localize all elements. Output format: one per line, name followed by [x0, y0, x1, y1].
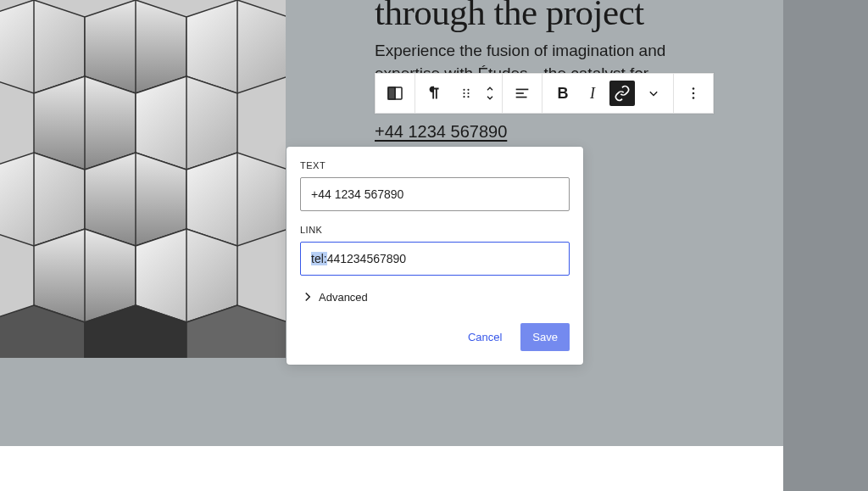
- content-area: through the project Experience the fusio…: [0, 0, 783, 446]
- page-heading[interactable]: through the project: [375, 0, 644, 33]
- svg-point-30: [467, 92, 469, 94]
- svg-point-27: [463, 89, 465, 91]
- more-options-icon[interactable]: [674, 74, 713, 113]
- paragraph-icon[interactable]: [415, 74, 454, 113]
- text-field-label: TEXT: [300, 160, 570, 170]
- editor-canvas: through the project Experience the fusio…: [0, 0, 783, 491]
- link-popover: TEXT LINK tel:441234567890 Advanced Canc…: [287, 147, 583, 365]
- bold-button[interactable]: B: [548, 74, 578, 113]
- link-prefix-highlight: tel:: [311, 252, 327, 265]
- svg-marker-8: [186, 153, 286, 246]
- block-type-icon[interactable]: [376, 74, 415, 113]
- svg-marker-1: [0, 0, 85, 93]
- cancel-button[interactable]: Cancel: [456, 323, 514, 351]
- move-arrows-icon[interactable]: [478, 74, 502, 113]
- svg-marker-3: [186, 0, 286, 93]
- advanced-label: Advanced: [319, 291, 368, 304]
- text-input[interactable]: [300, 177, 570, 211]
- phone-link[interactable]: +44 1234 567890: [375, 122, 507, 142]
- svg-rect-26: [388, 87, 395, 99]
- svg-point-36: [693, 87, 695, 90]
- svg-marker-6: [0, 153, 85, 246]
- link-input[interactable]: tel:441234567890: [300, 242, 570, 276]
- chevron-down-icon[interactable]: [639, 74, 668, 113]
- align-icon[interactable]: [503, 74, 542, 113]
- svg-point-28: [467, 89, 469, 91]
- bottom-spacer: [0, 446, 783, 491]
- link-field-label: LINK: [300, 225, 570, 235]
- svg-point-37: [693, 92, 695, 95]
- link-rest: 441234567890: [327, 252, 406, 265]
- block-toolbar: B I: [375, 73, 714, 114]
- link-button[interactable]: [609, 81, 635, 106]
- advanced-toggle[interactable]: Advanced: [300, 286, 570, 308]
- svg-point-38: [693, 97, 695, 99]
- chevron-right-icon: [300, 289, 315, 304]
- svg-point-29: [463, 92, 465, 94]
- italic-button[interactable]: I: [580, 74, 605, 113]
- image-block[interactable]: [0, 0, 286, 358]
- popover-actions: Cancel Save: [300, 323, 570, 351]
- svg-point-32: [467, 96, 469, 98]
- drag-handle-icon[interactable]: [454, 74, 478, 113]
- save-button[interactable]: Save: [520, 323, 570, 351]
- svg-point-31: [463, 96, 465, 98]
